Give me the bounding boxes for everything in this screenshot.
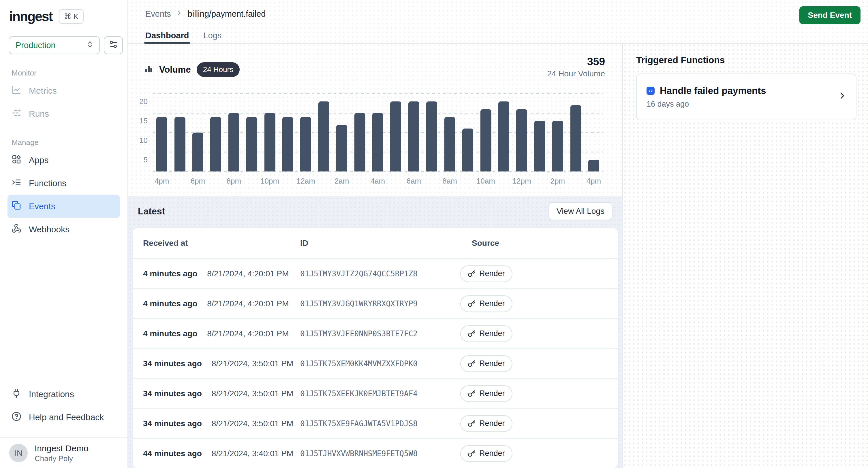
bar-9am[interactable]: [462, 129, 473, 171]
volume-title: Volume: [159, 65, 191, 75]
source-badge[interactable]: Render: [460, 445, 513, 462]
bar-8am[interactable]: [444, 117, 455, 171]
bar-7am[interactable]: [426, 101, 437, 171]
x-axis-tick: 12am: [288, 177, 323, 186]
bar-slot: [567, 93, 585, 171]
source-badge[interactable]: Render: [460, 355, 513, 372]
source-name: Render: [479, 419, 505, 428]
events-table: Received at ID Source 4 minutes ago 8/21…: [133, 228, 618, 468]
bar-5am[interactable]: [390, 101, 401, 171]
relative-time: 4 minutes ago: [143, 269, 197, 278]
bar-slot: [297, 93, 315, 171]
tab-dashboard[interactable]: Dashboard: [145, 28, 189, 43]
environment-select[interactable]: Production: [9, 36, 100, 54]
bar-11am[interactable]: [498, 101, 509, 171]
bar-4am[interactable]: [372, 113, 383, 171]
sidebar-item-help-feedback[interactable]: Help and Feedback: [7, 406, 120, 429]
tab-logs[interactable]: Logs: [203, 28, 221, 43]
event-id: 01J5TK75XEEKJK0EMJBTET9AF4: [300, 389, 460, 398]
bar-6am[interactable]: [408, 101, 419, 171]
sidebar-item-apps[interactable]: Apps: [7, 149, 120, 172]
table-row[interactable]: 4 minutes ago 8/21/2024, 4:20:01 PM 01J5…: [133, 258, 618, 288]
source-badge[interactable]: Render: [460, 415, 513, 432]
user-menu[interactable]: IN Inngest Demo Charly Poly: [0, 438, 127, 468]
sidebar-item-metrics[interactable]: Metrics: [7, 79, 120, 102]
source-badge[interactable]: Render: [460, 325, 513, 342]
bar-3am[interactable]: [354, 113, 365, 171]
x-axis-tick: 6am: [396, 177, 432, 186]
absolute-timestamp: 8/21/2024, 3:40:01 PM: [212, 449, 293, 458]
received-at-cell: 4 minutes ago 8/21/2024, 4:20:01 PM: [143, 299, 300, 308]
bar-11pm[interactable]: [282, 117, 293, 171]
triggered-functions-panel: Triggered Functions Handle failed paymen…: [623, 44, 868, 468]
table-row[interactable]: 4 minutes ago 8/21/2024, 4:20:01 PM 01J5…: [133, 288, 618, 318]
sidebar-item-functions[interactable]: Functions: [7, 172, 120, 195]
environment-row: Production: [9, 36, 123, 54]
table-row[interactable]: 44 minutes ago 8/21/2024, 3:40:01 PM 01J…: [133, 438, 618, 468]
sidebar-nav: Monitor Metrics Runs Manage Apps: [0, 54, 127, 241]
bar-8pm[interactable]: [228, 113, 239, 171]
bar-4pm[interactable]: [588, 160, 599, 171]
source-cell: Render: [460, 385, 607, 402]
bar-3pm[interactable]: [570, 105, 581, 171]
bar-4pm[interactable]: [156, 117, 167, 171]
code-brackets-icon: [647, 87, 655, 95]
volume-chart: 20151054pm6pm8pm10pm12am2am4am6am8am10am…: [153, 93, 603, 171]
bar-12pm[interactable]: [516, 109, 527, 171]
y-axis-tick: 10: [130, 136, 148, 145]
content: Volume 24 Hours 359 24 Hour Volume 20151…: [128, 44, 868, 468]
bar-10am[interactable]: [480, 109, 491, 171]
event-id: 01J5TMY3VJGQ1WRYRRXQXTRYP9: [300, 299, 460, 308]
received-at-cell: 34 minutes ago 8/21/2024, 3:50:01 PM: [143, 419, 300, 428]
source-badge[interactable]: Render: [460, 295, 513, 312]
x-axis-tick: 8am: [432, 177, 468, 186]
bar-12am[interactable]: [300, 117, 311, 171]
bar-6pm[interactable]: [192, 133, 203, 171]
bar-9pm[interactable]: [246, 117, 257, 171]
event-id: 01J5TMY3VJTZ2QG74QCC5RP1Z8: [300, 269, 460, 278]
relative-time: 34 minutes ago: [143, 419, 202, 428]
breadcrumb-parent[interactable]: Events: [145, 9, 171, 19]
bar-1am[interactable]: [318, 101, 329, 171]
bar-slot: [477, 93, 495, 171]
sidebar-item-label: Apps: [29, 155, 49, 165]
bar-chart-icon: [144, 64, 153, 75]
relative-time: 34 minutes ago: [143, 359, 202, 368]
received-at-cell: 44 minutes ago 8/21/2024, 3:40:01 PM: [143, 449, 300, 458]
bar-2pm[interactable]: [552, 121, 563, 171]
y-axis-tick: 20: [130, 97, 148, 106]
bar-5pm[interactable]: [175, 117, 185, 171]
volume-total-label: 24 Hour Volume: [547, 68, 605, 79]
table-row[interactable]: 34 minutes ago 8/21/2024, 3:50:01 PM 01J…: [133, 378, 618, 408]
command-k-shortcut-badge[interactable]: ⌘ K: [59, 9, 84, 24]
environment-settings-button[interactable]: [104, 36, 123, 54]
column-header-id: ID: [300, 239, 460, 248]
sidebar-item-integrations[interactable]: Integrations: [7, 383, 120, 406]
function-card[interactable]: Handle failed payments 16 days ago: [636, 73, 857, 120]
bar-slot: [495, 93, 513, 171]
source-badge[interactable]: Render: [460, 385, 513, 402]
source-cell: Render: [460, 355, 607, 372]
view-all-logs-button[interactable]: View All Logs: [549, 202, 613, 220]
table-row[interactable]: 4 minutes ago 8/21/2024, 4:20:01 PM 01J5…: [133, 318, 618, 348]
table-row[interactable]: 34 minutes ago 8/21/2024, 3:50:01 PM 01J…: [133, 408, 618, 438]
bar-2am[interactable]: [336, 125, 347, 171]
sidebar-item-runs[interactable]: Runs: [7, 102, 120, 125]
table-row[interactable]: 34 minutes ago 8/21/2024, 3:50:01 PM 01J…: [133, 348, 618, 378]
column-header-received-at: Received at: [143, 239, 300, 248]
sidebar-item-webhooks[interactable]: Webhooks: [7, 218, 120, 241]
key-icon: [468, 330, 475, 337]
sidebar-item-events[interactable]: Events: [7, 195, 120, 218]
bar-7pm[interactable]: [210, 117, 221, 171]
bar-1pm[interactable]: [534, 121, 545, 171]
x-axis-tick: 10pm: [252, 177, 288, 186]
received-at-cell: 34 minutes ago 8/21/2024, 3:50:01 PM: [143, 359, 300, 368]
triggered-functions-title: Triggered Functions: [636, 55, 857, 65]
x-axis-tick: 8pm: [216, 177, 252, 186]
bar-10pm[interactable]: [265, 113, 275, 171]
x-axis-tick: 2pm: [540, 177, 576, 186]
source-badge[interactable]: Render: [460, 265, 513, 282]
time-range-badge[interactable]: 24 Hours: [197, 62, 240, 77]
received-at-cell: 4 minutes ago 8/21/2024, 4:20:01 PM: [143, 269, 300, 278]
send-event-button[interactable]: Send Event: [799, 6, 861, 24]
